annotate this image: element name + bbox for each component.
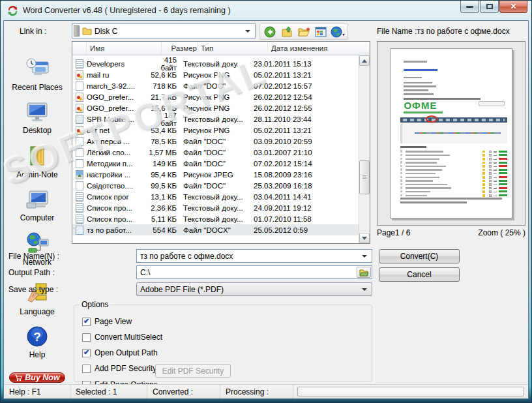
file-row[interactable]: Свідотство.... 99,5 КБ Файл "DOC" 25.03.… bbox=[72, 180, 359, 191]
file-row[interactable]: Список прог 13,1 КБ Текстовый доку... 03… bbox=[72, 191, 359, 202]
preview-logo-text: ОФМЕ bbox=[404, 100, 437, 110]
chevron-down-icon bbox=[362, 288, 367, 293]
scroll-down-button[interactable] bbox=[359, 233, 370, 243]
views-button[interactable] bbox=[313, 25, 329, 38]
recent-places-icon bbox=[23, 57, 51, 80]
file-size: 13,1 КБ bbox=[147, 193, 183, 201]
file-name: OGO_prefer... bbox=[87, 93, 147, 101]
file-row[interactable]: OGO_prefer... 15,6 КБ Рисунок PNG 26.02.… bbox=[72, 102, 359, 113]
output-path-input[interactable]: C:\ bbox=[136, 265, 372, 279]
checkbox-label: Add PDF Security bbox=[95, 364, 156, 373]
sidebar-item-help[interactable]: ? Help bbox=[26, 325, 48, 359]
web-button[interactable] bbox=[330, 25, 346, 38]
column-header-date[interactable]: Дата изменения bbox=[268, 42, 370, 55]
checkbox-add-pdf-security[interactable]: Add PDF Security bbox=[82, 364, 156, 373]
file-row[interactable]: ukr net 53,4 КБ Рисунок PNG 05.02.2011 1… bbox=[72, 125, 359, 136]
up-folder-button[interactable] bbox=[279, 25, 295, 38]
sidebar-item-network[interactable]: Network bbox=[23, 231, 52, 267]
file-name: Лёгкий спо... bbox=[87, 149, 147, 157]
open-folder-icon bbox=[297, 26, 310, 38]
sidebar-item-label: Language bbox=[20, 307, 54, 316]
file-row[interactable]: настройки ... 95,4 КБ Рисунок JPEG 15.08… bbox=[72, 169, 359, 180]
dialog-body: SOFTPORTAL Link in : Disk C bbox=[3, 20, 529, 399]
checkbox-label: Convert MultiSelect bbox=[95, 333, 162, 342]
sidebar-item-recent-places[interactable]: Recent Places bbox=[12, 57, 62, 92]
close-icon: ✕ bbox=[510, 2, 516, 11]
titlebar[interactable]: Word Converter v6.48 ( Unregistered - 6 … bbox=[1, 1, 531, 20]
location-dropdown[interactable]: Disk C bbox=[72, 23, 256, 38]
checkbox-convert-multiselect[interactable]: Convert MultiSelect bbox=[82, 333, 162, 342]
file-name-combo[interactable]: тз по работе с офме.docx bbox=[136, 249, 372, 263]
file-date: 05.02.2011 13:21 bbox=[254, 71, 359, 79]
preview-file-name: File Name :тз по работе с офме.docx bbox=[377, 27, 510, 36]
desktop-icon bbox=[23, 101, 51, 123]
save-as-type-dropdown[interactable]: Adobe PDF File (*.PDF) bbox=[136, 282, 372, 296]
sidebar-item-desktop[interactable]: Desktop bbox=[23, 101, 52, 135]
file-row[interactable]: mail ru 52,6 КБ Рисунок PNG 05.02.2011 1… bbox=[72, 69, 359, 80]
file-type: Файл "DOCX" bbox=[183, 226, 254, 234]
folder-icon bbox=[82, 27, 92, 35]
checkbox-icon[interactable] bbox=[82, 365, 91, 373]
file-row[interactable]: Developers 415 байт Текстовый доку... 23… bbox=[72, 58, 359, 69]
word-converter-window: Word Converter v6.48 ( Unregistered - 6 … bbox=[0, 0, 532, 403]
checkbox-icon[interactable] bbox=[82, 349, 91, 357]
chevron-down-icon bbox=[245, 30, 250, 35]
status-processing: Processing : bbox=[220, 385, 293, 398]
file-type-icon bbox=[76, 192, 83, 202]
file-size: 554 КБ bbox=[147, 226, 183, 234]
checkbox-icon[interactable] bbox=[82, 318, 91, 326]
file-row[interactable]: OGO_prefer... 21,7 КБ Рисунок PNG 26.02.… bbox=[72, 91, 359, 102]
buy-now-button[interactable]: Buy Now bbox=[9, 372, 65, 383]
vertical-scrollbar[interactable] bbox=[359, 55, 370, 243]
save-as-type-label: Save as type : bbox=[8, 285, 58, 294]
checkbox-open-output-path[interactable]: Open Output Path bbox=[82, 348, 158, 357]
file-name: Акт перев ... bbox=[87, 138, 147, 145]
file-type: Текстовый доку... bbox=[183, 60, 254, 68]
file-size: 415 байт bbox=[147, 56, 183, 72]
file-type-icon bbox=[76, 104, 83, 113]
cancel-button[interactable]: Cancel bbox=[379, 267, 460, 282]
sidebar-item-admin-note[interactable]: Admin-Note bbox=[16, 144, 57, 179]
browse-folder-button[interactable] bbox=[357, 267, 371, 278]
minimize-button[interactable] bbox=[460, 1, 479, 13]
column-header-type[interactable]: Тип bbox=[198, 42, 268, 55]
file-date: 07.02.2012 15:57 bbox=[254, 82, 359, 90]
cart-icon bbox=[14, 374, 22, 381]
convert-button[interactable]: Convert(C) bbox=[379, 249, 460, 263]
file-row[interactable]: Лёгкий спо... 1,57 МБ Файл "DOC" 03.01.2… bbox=[72, 147, 359, 158]
column-header-name[interactable]: Имя bbox=[87, 42, 162, 55]
file-name: OGO_prefer... bbox=[87, 104, 147, 112]
file-size: 95,4 КБ bbox=[147, 171, 183, 179]
preview-panel: ОФМЕ bbox=[377, 41, 525, 226]
app-logo-icon bbox=[7, 5, 18, 16]
edit-pdf-security-button[interactable]: Edit PDF Security bbox=[155, 364, 231, 378]
file-row[interactable]: тз по работ... 554 КБ Файл "DOCX" 25.05.… bbox=[72, 224, 359, 235]
maximize-button[interactable] bbox=[480, 1, 499, 13]
checkbox-icon[interactable] bbox=[82, 333, 91, 342]
file-date: 26.02.2012 12:54 bbox=[254, 93, 359, 101]
file-row[interactable]: Акт перев ... 78,5 КБ Файл "DOC" 03.09.2… bbox=[72, 136, 359, 147]
file-row[interactable]: Список про... 5,11 КБ Текстовый доку... … bbox=[72, 213, 359, 224]
file-date: 23.01.2011 15:13 bbox=[254, 60, 359, 68]
column-header-size[interactable]: Размер bbox=[162, 42, 198, 55]
close-button[interactable]: ✕ bbox=[499, 1, 527, 13]
file-date: 05.02.2011 13:21 bbox=[254, 127, 359, 134]
back-button[interactable] bbox=[262, 25, 278, 38]
maximize-icon bbox=[486, 4, 493, 9]
document-preview-page[interactable]: ОФМЕ bbox=[390, 48, 512, 218]
dropdown-grip bbox=[74, 25, 80, 37]
scrollbar-thumb[interactable] bbox=[359, 160, 370, 194]
minimize-icon bbox=[466, 6, 473, 8]
file-size: 78,5 КБ bbox=[147, 138, 183, 145]
open-folder-button[interactable] bbox=[296, 25, 312, 38]
scroll-up-button[interactable] bbox=[359, 55, 370, 66]
checkbox-page-view[interactable]: Page View bbox=[82, 317, 132, 326]
file-row[interactable]: SPB Mobile ... 167 байт Текстовый доку..… bbox=[72, 113, 359, 125]
preview-navbar bbox=[400, 117, 507, 123]
file-type-icon bbox=[76, 170, 83, 179]
file-row[interactable]: Методики п... 149 КБ Файл "DOC" 07.02.20… bbox=[72, 158, 359, 169]
file-row[interactable]: Список про... 2,36 КБ Текстовый доку... … bbox=[72, 202, 359, 213]
file-row[interactable]: march_3-92.... 718 КБ Файл "DOC" 07.02.2… bbox=[72, 80, 359, 91]
file-type: Рисунок PNG bbox=[183, 104, 254, 112]
sidebar-item-computer[interactable]: Computer bbox=[20, 188, 55, 222]
